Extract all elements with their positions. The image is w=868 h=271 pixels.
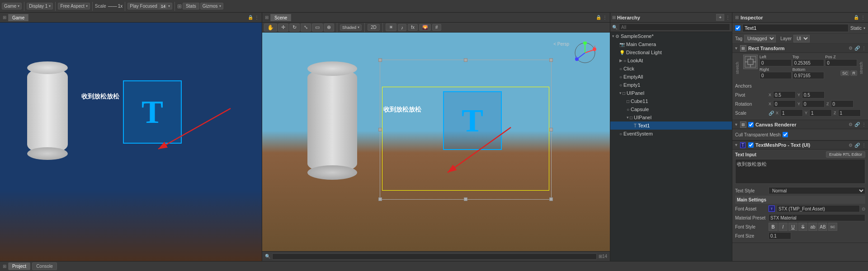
- handle-tl[interactable]: [378, 58, 382, 62]
- scale-tool[interactable]: ⤡: [301, 23, 311, 32]
- lowercase-button[interactable]: ab: [808, 223, 817, 231]
- canvas-renderer-header[interactable]: ▼ ⊞ Canvas Renderer ⚙ 🔗 ⋮: [732, 120, 868, 129]
- hier-dots[interactable]: ⋮: [726, 15, 730, 20]
- cull-mesh-checkbox[interactable]: [783, 132, 788, 137]
- text-input-textarea[interactable]: 收到放松放松: [735, 159, 865, 184]
- text-style-select[interactable]: Normal: [769, 187, 865, 194]
- rot-x-input[interactable]: [773, 100, 796, 107]
- console-tab[interactable]: Console: [32, 262, 57, 270]
- hier-empty1[interactable]: ○ Empty1: [610, 81, 732, 89]
- rect-link-icon[interactable]: 🔗: [854, 46, 860, 51]
- scale-link-icon[interactable]: 🔗: [769, 111, 774, 116]
- tmp-settings-icon[interactable]: ⚙: [849, 143, 853, 148]
- grid-button[interactable]: #: [432, 24, 441, 31]
- handle-tr[interactable]: [549, 58, 553, 62]
- font-size-input[interactable]: [769, 232, 791, 239]
- display-dropdown[interactable]: Display 1 ▾: [27, 3, 53, 9]
- light-button[interactable]: ☀: [386, 23, 396, 31]
- game-dropdown[interactable]: Game ▾: [2, 3, 22, 9]
- handle-mr[interactable]: [549, 128, 553, 131]
- pivot-x-input[interactable]: [773, 91, 796, 98]
- tmp-dots[interactable]: ⋮: [862, 143, 866, 148]
- object-active-checkbox[interactable]: [735, 25, 741, 31]
- rot-y-input[interactable]: [802, 100, 825, 107]
- scale-z-input[interactable]: [838, 109, 861, 117]
- top-input[interactable]: [793, 59, 825, 66]
- hier-event-system[interactable]: ○ EventSystem: [610, 130, 732, 138]
- hier-uipanel[interactable]: ▾ □ UIPanel: [610, 113, 732, 121]
- transform-tool[interactable]: ⊕: [324, 23, 334, 32]
- pivot-y-input[interactable]: [802, 91, 825, 98]
- rect-anchor-icon[interactable]: [743, 55, 758, 69]
- rotate-tool[interactable]: ↻: [289, 23, 300, 32]
- scale-y-input[interactable]: [809, 109, 832, 117]
- hierarchy-add-button[interactable]: +: [716, 14, 724, 21]
- tmp-section-header[interactable]: ▼ T TextMeshPro - Text (UI) ⚙ 🔗 ⋮: [732, 140, 868, 150]
- inspector-lock-icon[interactable]: 🔒: [854, 15, 859, 20]
- material-preset-input[interactable]: [769, 214, 865, 221]
- hierarchy-search-input[interactable]: [619, 23, 730, 31]
- uppercase-button[interactable]: AB: [818, 223, 827, 231]
- rect-dots[interactable]: ⋮: [862, 46, 866, 51]
- canvas-link-icon[interactable]: 🔗: [854, 122, 860, 127]
- inspector-dots[interactable]: ⋮: [861, 15, 865, 20]
- smallcaps-button[interactable]: SC: [828, 223, 837, 231]
- tmp-checkbox[interactable]: [748, 142, 754, 148]
- handle-bl[interactable]: [378, 197, 382, 201]
- fx-button[interactable]: fx: [408, 24, 418, 31]
- object-name-input[interactable]: [742, 24, 849, 32]
- rect-settings-icon[interactable]: ⚙: [849, 46, 853, 51]
- hier-sample-scene[interactable]: ▾ ⚙ SampleScene*: [610, 32, 732, 40]
- font-asset-input[interactable]: [777, 205, 860, 212]
- right-input[interactable]: [760, 72, 792, 79]
- audio-button[interactable]: ♪: [398, 24, 407, 31]
- hier-click[interactable]: ○ Click: [610, 65, 732, 73]
- tmp-link-icon[interactable]: 🔗: [854, 143, 860, 148]
- canvas-settings-icon[interactable]: ⚙: [849, 122, 853, 127]
- handle-bm[interactable]: [464, 197, 467, 201]
- tag-dropdown[interactable]: Untagged: [744, 35, 776, 42]
- aspect-dropdown[interactable]: Free Aspect ▾: [58, 3, 90, 9]
- hier-text1[interactable]: T Text1: [610, 121, 732, 130]
- move-tool[interactable]: ✛: [278, 23, 288, 32]
- hier-uipanel-root[interactable]: ▾ □ UIPanel: [610, 89, 732, 97]
- rect-transform-header[interactable]: ▼ ⊞ Rect Transform ⚙ 🔗 ⋮: [732, 44, 868, 53]
- hier-main-camera[interactable]: 📷 Main Camera: [610, 40, 732, 48]
- canvas-dots[interactable]: ⋮: [862, 122, 866, 127]
- gizmos-dropdown[interactable]: Gizmos ▾: [200, 3, 223, 9]
- game-tab[interactable]: Game: [8, 14, 28, 21]
- handle-ml[interactable]: [378, 128, 382, 131]
- scale-x-input[interactable]: [780, 109, 803, 117]
- left-input[interactable]: [760, 59, 792, 66]
- scene-tab[interactable]: Scene: [270, 14, 291, 21]
- hier-empty-all[interactable]: ○ EmptyAll: [610, 73, 732, 81]
- hier-cube11[interactable]: □ Cube11: [610, 97, 732, 105]
- rtl-editor-button[interactable]: Enable RTL Editor: [826, 151, 865, 158]
- skybox-button[interactable]: 🌄: [419, 24, 431, 31]
- bold-button[interactable]: B: [769, 223, 778, 231]
- 2d-button[interactable]: 2D: [368, 24, 380, 31]
- posz-input[interactable]: [825, 59, 857, 66]
- stats-button[interactable]: Stats: [183, 3, 199, 9]
- underline-button[interactable]: U: [788, 223, 797, 231]
- hier-dir-light[interactable]: 💡 Directional Light: [610, 48, 732, 56]
- layer-dropdown[interactable]: UI: [793, 35, 810, 42]
- play-focused-dropdown[interactable]: Play Focused 14 ▾: [127, 3, 172, 9]
- r-button[interactable]: R: [850, 70, 857, 76]
- bottom-input[interactable]: [793, 72, 825, 79]
- handle-tm[interactable]: [464, 58, 467, 62]
- rot-z-input[interactable]: [831, 100, 854, 107]
- italic-button[interactable]: I: [778, 223, 788, 231]
- sc-button[interactable]: SC: [840, 70, 850, 76]
- hand-tool[interactable]: ✋: [264, 23, 277, 32]
- strikethrough-button[interactable]: S: [798, 223, 807, 231]
- project-tab[interactable]: Project: [8, 262, 30, 270]
- rect-tool[interactable]: ▭: [312, 23, 323, 32]
- scene-shading-dropdown[interactable]: Shaded ▾: [340, 24, 362, 31]
- scene-search-bar[interactable]: [272, 253, 597, 260]
- handle-br[interactable]: [549, 197, 553, 201]
- canvas-renderer-checkbox[interactable]: [748, 122, 754, 127]
- hier-look-at[interactable]: ▶ ○ LookAt: [610, 56, 732, 65]
- hier-capsule[interactable]: ○ Capsule: [610, 105, 732, 113]
- font-asset-pick-icon[interactable]: ⊙: [862, 206, 865, 211]
